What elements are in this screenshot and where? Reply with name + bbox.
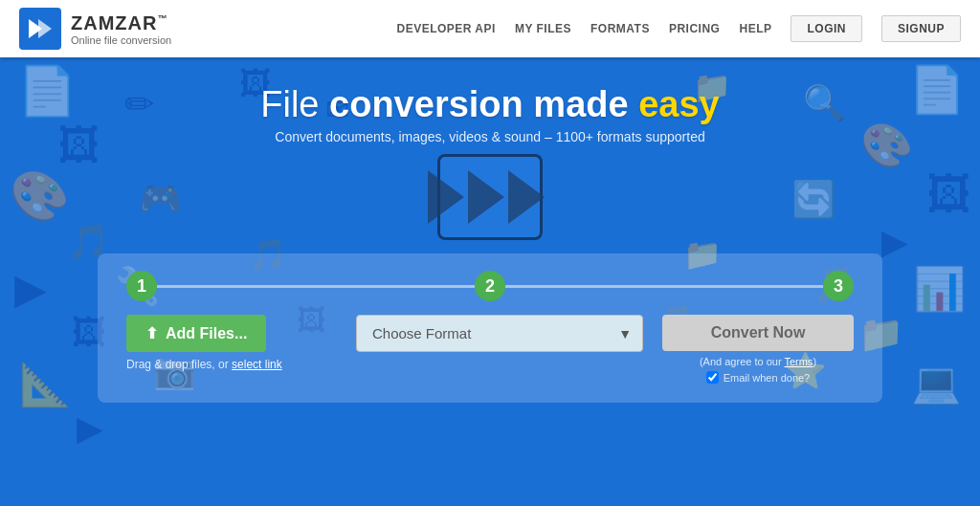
doodle-ps: 🎨: [10, 172, 69, 220]
terms-link[interactable]: Terms: [784, 356, 813, 367]
email-checkbox-row: Email when done?: [706, 371, 811, 384]
doodle-chart: 📊: [913, 268, 966, 310]
convert-now-button[interactable]: Convert Now: [662, 315, 854, 351]
format-select[interactable]: Choose Format MP3 MP4 PDF JPG PNG DOC AV…: [356, 315, 643, 352]
logo-subtitle: Online file conversion: [71, 34, 171, 46]
step-numbers-row: 1 2 3: [126, 271, 854, 301]
steps-panel: 1 2 3 ⬆ Add Files... Drag & drop files, …: [98, 253, 882, 403]
doodle-refresh: 🔄: [791, 182, 836, 218]
hero-subheadline: Convert documents, images, videos & soun…: [275, 129, 704, 144]
step-circle-1: 1: [126, 271, 157, 301]
doodle-play: ▶: [881, 225, 908, 259]
headline-conversion: conversion made: [329, 84, 638, 124]
arrow1: [428, 170, 464, 224]
signup-button[interactable]: SIGNUP: [881, 15, 961, 42]
nav-pricing[interactable]: PRICING: [669, 22, 721, 35]
drag-drop-text: Drag & drop files, or select link: [126, 358, 282, 371]
upload-icon: ⬆: [145, 324, 158, 342]
step-circle-2: 2: [475, 271, 505, 301]
doodle-yt: ▶: [77, 411, 103, 446]
doodle-search: 🔍: [803, 86, 846, 121]
doodle-laptop: 💻: [911, 363, 961, 404]
terms-text: (And agree to our Terms): [700, 356, 816, 367]
doodle-pencil: ✏: [124, 86, 155, 122]
play-arrows: [435, 170, 545, 224]
logo-text: ZAMZAR™ Online file conversion: [71, 12, 171, 46]
hero-headline: File conversion made easy: [260, 84, 719, 125]
doodle-cad: 📐: [19, 363, 72, 406]
email-checkbox[interactable]: [706, 371, 719, 384]
doodle-ai: 🎨: [860, 124, 913, 166]
headline-file: File: [260, 84, 329, 124]
hero-center-icon: [437, 154, 543, 240]
doodle-video: ▶: [14, 268, 47, 310]
logo-name: ZAMZAR™: [71, 12, 171, 34]
step-circle-3: 3: [823, 271, 854, 301]
step3-area: Convert Now (And agree to our Terms) Ema…: [662, 315, 854, 384]
add-files-label: Add Files...: [166, 325, 247, 342]
select-link[interactable]: select link: [232, 358, 282, 371]
logo-icon: [19, 8, 61, 50]
format-select-wrapper: Choose Format MP3 MP4 PDF JPG PNG DOC AV…: [356, 315, 643, 352]
svg-marker-1: [38, 19, 52, 38]
headline-easy: easy: [638, 84, 720, 124]
doodle-gamepad: 🎮: [139, 182, 182, 216]
nav-links: DEVELOPER API MY FILES FORMATS PRICING H…: [396, 15, 961, 42]
logo-area: ZAMZAR™ Online file conversion: [19, 8, 171, 50]
doodle-jpg: 🖼: [57, 124, 100, 166]
email-label: Email when done?: [724, 372, 811, 384]
doodle-img2: 🖼: [926, 172, 970, 216]
nav-my-files[interactable]: MY FILES: [515, 22, 571, 35]
step-line-1: [157, 285, 475, 288]
step-line-2: [505, 285, 823, 288]
doodle-png: 📄: [17, 67, 77, 115]
nav-help[interactable]: HELP: [739, 22, 771, 35]
step2-area: Choose Format MP3 MP4 PDF JPG PNG DOC AV…: [337, 315, 662, 352]
hero-section: 📄 🖼 🎨 🎵 ▶ 🖼 📐 ▶ ✏ 🎮 🔧 📷 📄 🎨 🖼 ▶ 📊 📁 💻 🔍 …: [0, 57, 980, 506]
nav-developer-api[interactable]: DEVELOPER API: [396, 22, 495, 35]
add-files-button[interactable]: ⬆ Add Files...: [126, 315, 266, 352]
arrow3: [508, 170, 545, 224]
controls-row: ⬆ Add Files... Drag & drop files, or sel…: [126, 315, 854, 384]
navbar: ZAMZAR™ Online file conversion DEVELOPER…: [0, 0, 980, 57]
login-button[interactable]: LOGIN: [791, 15, 862, 42]
nav-formats[interactable]: FORMATS: [590, 22, 650, 35]
doodle-ep: 📄: [908, 67, 966, 113]
arrow2: [468, 170, 504, 224]
step1-area: ⬆ Add Files... Drag & drop files, or sel…: [126, 315, 337, 371]
